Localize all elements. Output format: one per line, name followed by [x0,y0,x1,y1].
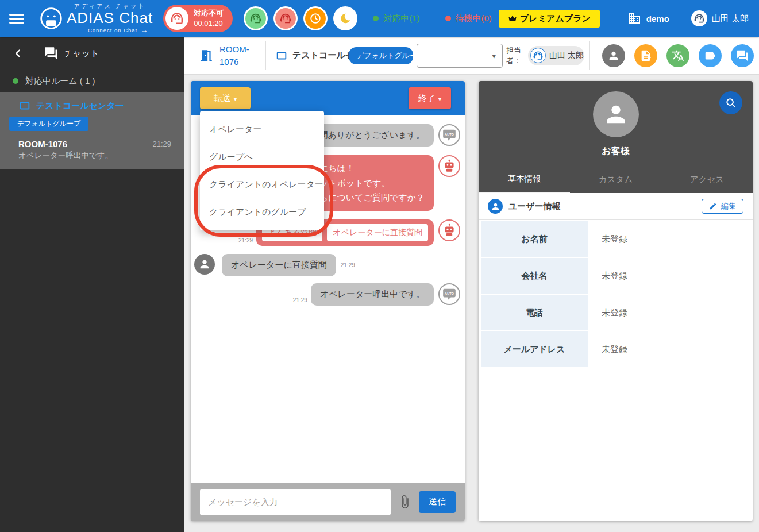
customer-avatar [593,91,639,137]
user-menu[interactable]: 山田 太郎 [691,10,749,26]
assignee-label: 担当者： [506,45,523,65]
svg-text:AUTO: AUTO [445,133,454,136]
message-input[interactable] [200,489,391,515]
hamburger-menu-icon[interactable] [9,11,24,26]
user-avatar [691,10,707,26]
pencil-icon [709,202,717,210]
callcenter-name: テストコールセンター [292,50,350,61]
customer-avatar [194,254,215,275]
chevron-down-icon: ▾ [492,51,496,60]
menu-item-operator[interactable]: オペレーター [200,115,324,143]
field-label: 電話 [481,295,588,330]
agent-available-icon[interactable] [245,8,266,29]
customer-panel-header: お客様 基本情報 カスタム アクセス [479,81,753,193]
room-actions [602,44,754,67]
app-logo: アディアス チャット ADIAS Chat Connect on Chat→ [39,2,153,34]
logo-name: ADIAS Chat [67,10,153,26]
tab-basic-info[interactable]: 基本情報 [479,165,570,193]
status-label: 対応不可 [194,8,224,18]
customer-tabs: 基本情報 カスタム アクセス [479,165,753,193]
callcenter-icon [18,99,31,112]
divider [589,41,590,70]
transfer-dropdown-menu: オペレーター グループへ クライアントのオペレーター クライアントのグループ [200,111,324,230]
user-name: 山田 太郎 [712,13,749,24]
green-dot [373,16,379,21]
message-time: 21:29 [238,237,253,244]
message-time: 21:29 [293,297,307,303]
break-clock-icon[interactable] [305,8,326,29]
divider [265,41,266,70]
bot-sender-icon [438,219,460,241]
person-icon [607,49,620,62]
message-row: 21:29 オペレーター呼出中です。 AUTO [194,283,460,306]
auto-sender-icon: AUTO [438,124,460,146]
field-value: 未登録 [588,221,627,257]
menu-item-client-group[interactable]: クライアントのグループ [200,198,324,226]
chat-log-button[interactable] [731,44,754,67]
attach-file-icon[interactable] [398,495,412,509]
menu-item-group[interactable]: グループへ [200,143,324,171]
memo-button[interactable] [634,44,657,67]
table-row: 会社名 未登録 [481,258,750,294]
customer-info-button[interactable] [602,44,625,67]
callcenter-name: テストコールセンター [36,101,124,111]
night-moon-icon[interactable] [335,8,356,29]
forum-icon [736,49,749,62]
chat-panel-header: 転送▾ 終了▾ [191,81,465,115]
logo-tagline: Connect on Chat→ [71,26,148,34]
arrow-right-icon: → [140,26,148,34]
bot-sender-icon [438,155,460,177]
red-dot [445,16,451,21]
menu-item-client-operator[interactable]: クライアントのオペレーター [200,171,324,198]
chat-bubbles-icon [44,46,59,61]
green-dot [13,78,18,84]
active-counter: 対応中(1) [373,13,419,24]
auto-sender-icon: AUTO [438,283,460,305]
building-icon [627,11,641,25]
agent-unavailable-icon[interactable] [275,8,296,29]
user-info-table: お名前 未登録 会社名 未登録 電話 未登録 メールアドレス 未登録 [481,221,750,368]
customer-message-bubble: オペレーターに直接質問 [222,254,336,276]
group-select[interactable]: ▾ [417,44,503,68]
active-rooms-section: 対応中ルーム ( 1 ) [0,70,184,92]
field-label: メールアドレス [481,331,588,367]
tag-button[interactable] [699,44,722,67]
transfer-button[interactable]: 転送▾ [200,87,251,109]
my-status-pill[interactable]: 対応不可 00:01:20 [163,5,233,32]
assignee-name: 山田 太郎 [549,51,584,61]
back-chevron-icon[interactable] [11,47,24,60]
room-list-item[interactable]: テストコールセンター デフォルトグループ ROOM-1076 21:29 オペレ… [0,92,184,169]
search-button[interactable] [719,91,742,114]
end-button[interactable]: 終了▾ [409,87,451,109]
agent-headset-icon [165,7,188,30]
choice-operator-button[interactable]: オペレーターに直接質問 [327,224,428,241]
group-badge: デフォルトグループ [9,117,88,131]
waiting-counter: 待機中(0) [445,13,492,24]
crown-icon [508,14,517,23]
field-label: 会社名 [481,258,588,294]
note-edit-icon [639,49,652,62]
door-icon [199,48,214,63]
label-icon [704,49,716,62]
tab-custom[interactable]: カスタム [570,165,661,193]
sidebar-title: チャット [64,48,99,59]
auto-message-bubble: オペレーター呼出中です。 [311,283,434,306]
room-time: 21:29 [152,140,171,148]
callcenter-icon [275,49,288,62]
message-time: 21:29 [341,262,355,268]
premium-plan-button[interactable]: プレミアムプラン [499,10,600,28]
field-value: 未登録 [588,295,627,330]
assignee-chip[interactable]: 山田 太郎 [528,46,584,65]
translate-button[interactable] [666,44,689,67]
logo-face-icon [39,6,63,30]
message-input-bar: 送信 [191,483,465,521]
field-value: 未登録 [588,258,627,294]
field-value: 未登録 [588,331,627,367]
group-badge: デフォルトグループ [349,47,413,64]
tab-access[interactable]: アクセス [661,165,753,193]
search-icon [725,97,737,109]
section-title: ユーザー情報 [508,201,561,212]
edit-button[interactable]: 編集 [702,199,743,214]
user-info-section-header: ユーザー情報 編集 [479,193,753,220]
send-button[interactable]: 送信 [419,491,456,513]
